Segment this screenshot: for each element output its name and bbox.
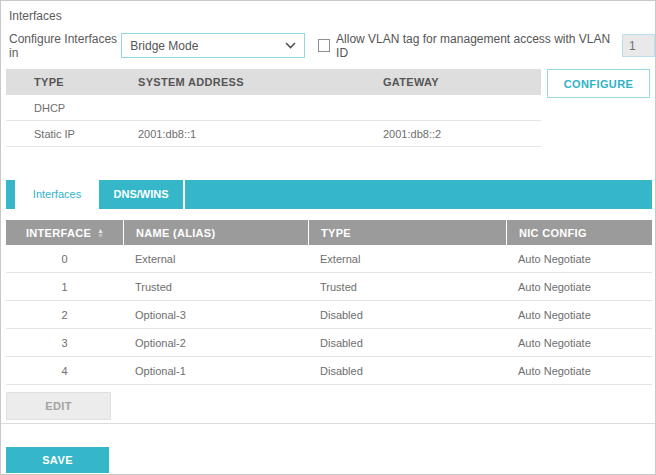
interface-name-cell: External (123, 253, 308, 265)
address-table-zone: CONFIGURE TYPE SYSTEM ADDRESS GATEWAY DH… (1, 69, 655, 147)
allow-vlan-tag-label: Allow VLAN tag for management access wit… (336, 32, 614, 60)
address-row-system-address: 2001:db8::1 (138, 128, 383, 140)
footer-divider (1, 423, 655, 424)
column-header-interface[interactable]: INTERFACE ▲▼ (6, 220, 123, 245)
table-row[interactable]: 2 Optional-3 Disabled Auto Negotiate (6, 301, 652, 329)
page-title: Interfaces (9, 9, 655, 23)
table-row[interactable]: DHCP (6, 95, 541, 121)
tab-bar-filler (185, 180, 652, 209)
column-header-interface-label: INTERFACE (26, 227, 91, 239)
address-table: TYPE SYSTEM ADDRESS GATEWAY DHCP Static … (6, 69, 541, 147)
interface-type-cell: Trusted (308, 281, 506, 293)
configure-interfaces-label: Configure Interfaces in (9, 32, 121, 60)
interface-nic-config-cell: Auto Negotiate (506, 253, 652, 265)
table-row[interactable]: 1 Trusted Trusted Auto Negotiate (6, 273, 652, 301)
table-row[interactable]: 4 Optional-1 Disabled Auto Negotiate (6, 357, 652, 385)
vlan-id-input[interactable] (622, 34, 655, 57)
column-header-nic-config[interactable]: NIC CONFIG (506, 220, 652, 245)
interface-number-cell: 4 (6, 365, 123, 377)
tab-dns-wins[interactable]: DNS/WINS (99, 180, 183, 209)
interface-mode-value: Bridge Mode (130, 39, 284, 53)
chevron-down-icon (285, 42, 296, 49)
interface-nic-config-cell: Auto Negotiate (506, 365, 652, 377)
address-table-header: TYPE SYSTEM ADDRESS GATEWAY (6, 69, 541, 95)
configure-button[interactable]: CONFIGURE (547, 69, 650, 98)
column-header-name-alias[interactable]: NAME (ALIAS) (123, 220, 308, 245)
interface-nic-config-cell: Auto Negotiate (506, 337, 652, 349)
interface-number-cell: 2 (6, 309, 123, 321)
address-row-gateway: 2001:db8::2 (383, 128, 541, 140)
tab-bar-stub (6, 180, 15, 209)
table-row[interactable]: Static IP 2001:db8::1 2001:db8::2 (6, 121, 541, 147)
interface-mode-select[interactable]: Bridge Mode (121, 33, 304, 58)
interface-type-cell: Disabled (308, 365, 506, 377)
interface-nic-config-cell: Auto Negotiate (506, 281, 652, 293)
tab-interfaces[interactable]: Interfaces (15, 180, 99, 209)
column-header-system-address: SYSTEM ADDRESS (138, 76, 383, 88)
column-header-type: TYPE (6, 76, 138, 88)
interface-name-cell: Optional-3 (123, 309, 308, 321)
interfaces-table: INTERFACE ▲▼ NAME (ALIAS) TYPE NIC CONFI… (6, 220, 652, 385)
sort-icon: ▲▼ (97, 228, 104, 238)
tab-bar: Interfaces DNS/WINS (6, 180, 652, 209)
allow-vlan-tag-checkbox[interactable] (318, 39, 331, 52)
table-row[interactable]: 3 Optional-2 Disabled Auto Negotiate (6, 329, 652, 357)
interface-type-cell: Disabled (308, 309, 506, 321)
interface-number-cell: 0 (6, 253, 123, 265)
interface-name-cell: Optional-1 (123, 365, 308, 377)
column-header-type[interactable]: TYPE (308, 220, 506, 245)
interface-name-cell: Optional-2 (123, 337, 308, 349)
column-header-gateway: GATEWAY (383, 76, 541, 88)
configure-mode-row: Configure Interfaces in Bridge Mode Allo… (9, 33, 655, 58)
interface-nic-config-cell: Auto Negotiate (506, 309, 652, 321)
save-button[interactable]: SAVE (6, 447, 109, 473)
address-table-body: DHCP Static IP 2001:db8::1 2001:db8::2 (6, 95, 541, 147)
interface-number-cell: 3 (6, 337, 123, 349)
interface-type-cell: Disabled (308, 337, 506, 349)
address-row-type: DHCP (6, 102, 138, 114)
interfaces-table-body: 0 External External Auto Negotiate 1 Tru… (6, 245, 652, 385)
interface-type-cell: External (308, 253, 506, 265)
interface-number-cell: 1 (6, 281, 123, 293)
address-row-type: Static IP (6, 128, 138, 140)
edit-button[interactable]: EDIT (6, 392, 111, 420)
interfaces-table-header: INTERFACE ▲▼ NAME (ALIAS) TYPE NIC CONFI… (6, 220, 652, 245)
interface-name-cell: Trusted (123, 281, 308, 293)
table-row[interactable]: 0 External External Auto Negotiate (6, 245, 652, 273)
